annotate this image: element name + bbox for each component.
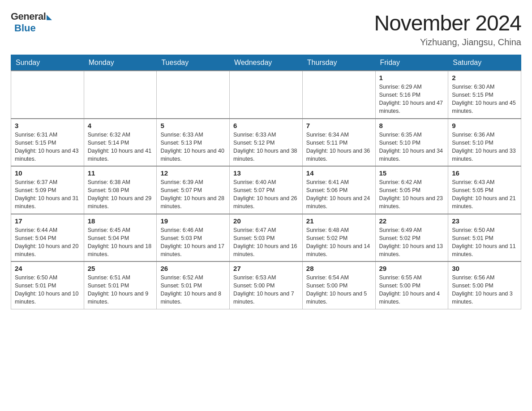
calendar-cell: 27Sunrise: 6:53 AMSunset: 5:00 PMDayligh…	[230, 261, 303, 309]
day-info: Sunrise: 6:38 AMSunset: 5:08 PMDaylight:…	[88, 178, 153, 211]
calendar-cell: 24Sunrise: 6:50 AMSunset: 5:01 PMDayligh…	[11, 261, 84, 309]
day-number: 27	[233, 265, 299, 272]
day-number: 18	[88, 217, 153, 225]
day-info: Sunrise: 6:50 AMSunset: 5:01 PMDaylight:…	[15, 274, 80, 306]
calendar-cell: 21Sunrise: 6:48 AMSunset: 5:02 PMDayligh…	[302, 214, 375, 262]
calendar-cell	[84, 71, 157, 119]
day-number: 1	[379, 74, 445, 81]
day-info: Sunrise: 6:31 AMSunset: 5:15 PMDaylight:…	[15, 131, 80, 163]
day-info: Sunrise: 6:49 AMSunset: 5:02 PMDaylight:…	[379, 226, 445, 259]
day-info: Sunrise: 6:35 AMSunset: 5:10 PMDaylight:…	[379, 131, 445, 163]
day-info: Sunrise: 6:33 AMSunset: 5:12 PMDaylight:…	[233, 131, 299, 163]
day-info: Sunrise: 6:30 AMSunset: 5:15 PMDaylight:…	[452, 83, 517, 116]
day-number: 3	[15, 122, 80, 129]
calendar-cell: 19Sunrise: 6:46 AMSunset: 5:03 PMDayligh…	[157, 214, 230, 262]
calendar-cell: 20Sunrise: 6:47 AMSunset: 5:03 PMDayligh…	[230, 214, 303, 262]
calendar-cell: 17Sunrise: 6:44 AMSunset: 5:04 PMDayligh…	[11, 214, 84, 262]
day-number: 19	[160, 217, 226, 225]
calendar-cell: 13Sunrise: 6:40 AMSunset: 5:07 PMDayligh…	[230, 166, 303, 214]
calendar-cell: 12Sunrise: 6:39 AMSunset: 5:07 PMDayligh…	[157, 166, 230, 214]
day-number: 13	[233, 169, 299, 177]
week-row-4: 17Sunrise: 6:44 AMSunset: 5:04 PMDayligh…	[11, 214, 521, 262]
calendar-cell: 7Sunrise: 6:34 AMSunset: 5:11 PMDaylight…	[302, 119, 375, 167]
day-info: Sunrise: 6:48 AMSunset: 5:02 PMDaylight:…	[306, 226, 372, 259]
week-row-2: 3Sunrise: 6:31 AMSunset: 5:15 PMDaylight…	[11, 119, 521, 167]
calendar-cell: 18Sunrise: 6:45 AMSunset: 5:04 PMDayligh…	[84, 214, 157, 262]
calendar-cell: 22Sunrise: 6:49 AMSunset: 5:02 PMDayligh…	[375, 214, 448, 262]
calendar-cell	[157, 71, 230, 119]
day-number: 17	[15, 217, 80, 225]
weekday-header-saturday: Saturday	[448, 55, 521, 71]
calendar-cell: 9Sunrise: 6:36 AMSunset: 5:10 PMDaylight…	[448, 119, 521, 167]
day-info: Sunrise: 6:52 AMSunset: 5:01 PMDaylight:…	[160, 274, 226, 306]
calendar-cell: 1Sunrise: 6:29 AMSunset: 5:16 PMDaylight…	[375, 71, 448, 119]
weekday-header-monday: Monday	[84, 55, 157, 71]
day-info: Sunrise: 6:36 AMSunset: 5:10 PMDaylight:…	[452, 131, 517, 163]
calendar-cell: 26Sunrise: 6:52 AMSunset: 5:01 PMDayligh…	[157, 261, 230, 309]
location-text: Yizhuang, Jiangsu, China	[374, 37, 521, 47]
calendar-cell: 8Sunrise: 6:35 AMSunset: 5:10 PMDaylight…	[375, 119, 448, 167]
day-number: 4	[88, 122, 153, 129]
calendar-table: SundayMondayTuesdayWednesdayThursdayFrid…	[11, 55, 521, 309]
calendar-cell: 6Sunrise: 6:33 AMSunset: 5:12 PMDaylight…	[230, 119, 303, 167]
calendar-cell: 2Sunrise: 6:30 AMSunset: 5:15 PMDaylight…	[448, 71, 521, 119]
day-info: Sunrise: 6:54 AMSunset: 5:00 PMDaylight:…	[306, 274, 372, 306]
weekday-header-row: SundayMondayTuesdayWednesdayThursdayFrid…	[11, 55, 521, 71]
logo: General Blue	[11, 11, 52, 34]
week-row-5: 24Sunrise: 6:50 AMSunset: 5:01 PMDayligh…	[11, 261, 521, 309]
day-info: Sunrise: 6:40 AMSunset: 5:07 PMDaylight:…	[233, 178, 299, 211]
day-number: 21	[306, 217, 372, 225]
calendar-cell	[302, 71, 375, 119]
day-number: 7	[306, 122, 372, 129]
day-number: 22	[379, 217, 445, 225]
weekday-header-sunday: Sunday	[11, 55, 84, 71]
day-info: Sunrise: 6:44 AMSunset: 5:04 PMDaylight:…	[15, 226, 80, 259]
day-number: 28	[306, 265, 372, 272]
day-info: Sunrise: 6:55 AMSunset: 5:00 PMDaylight:…	[379, 274, 445, 306]
page-header: General Blue November 2024 Yizhuang, Jia…	[11, 11, 521, 47]
day-info: Sunrise: 6:29 AMSunset: 5:16 PMDaylight:…	[379, 83, 445, 116]
day-info: Sunrise: 6:46 AMSunset: 5:03 PMDaylight:…	[160, 226, 226, 259]
weekday-header-tuesday: Tuesday	[157, 55, 230, 71]
logo-triangle-icon	[47, 15, 52, 20]
calendar-cell: 16Sunrise: 6:43 AMSunset: 5:05 PMDayligh…	[448, 166, 521, 214]
day-info: Sunrise: 6:41 AMSunset: 5:06 PMDaylight:…	[306, 178, 372, 211]
day-info: Sunrise: 6:50 AMSunset: 5:01 PMDaylight:…	[452, 226, 517, 259]
day-info: Sunrise: 6:33 AMSunset: 5:13 PMDaylight:…	[160, 131, 226, 163]
logo-general-text: General	[11, 11, 46, 22]
day-number: 6	[233, 122, 299, 129]
week-row-3: 10Sunrise: 6:37 AMSunset: 5:09 PMDayligh…	[11, 166, 521, 214]
calendar-cell: 15Sunrise: 6:42 AMSunset: 5:05 PMDayligh…	[375, 166, 448, 214]
day-info: Sunrise: 6:56 AMSunset: 5:00 PMDaylight:…	[452, 274, 517, 306]
day-number: 26	[160, 265, 226, 272]
day-info: Sunrise: 6:32 AMSunset: 5:14 PMDaylight:…	[88, 131, 153, 163]
day-info: Sunrise: 6:47 AMSunset: 5:03 PMDaylight:…	[233, 226, 299, 259]
calendar-cell	[230, 71, 303, 119]
calendar-cell: 10Sunrise: 6:37 AMSunset: 5:09 PMDayligh…	[11, 166, 84, 214]
calendar-cell: 5Sunrise: 6:33 AMSunset: 5:13 PMDaylight…	[157, 119, 230, 167]
day-number: 10	[15, 169, 80, 177]
weekday-header-thursday: Thursday	[302, 55, 375, 71]
day-info: Sunrise: 6:51 AMSunset: 5:01 PMDaylight:…	[88, 274, 153, 306]
calendar-cell: 25Sunrise: 6:51 AMSunset: 5:01 PMDayligh…	[84, 261, 157, 309]
day-number: 16	[452, 169, 517, 177]
day-number: 24	[15, 265, 80, 272]
day-info: Sunrise: 6:34 AMSunset: 5:11 PMDaylight:…	[306, 131, 372, 163]
day-number: 5	[160, 122, 226, 129]
title-block: November 2024 Yizhuang, Jiangsu, China	[374, 11, 521, 47]
weekday-header-friday: Friday	[375, 55, 448, 71]
day-info: Sunrise: 6:45 AMSunset: 5:04 PMDaylight:…	[88, 226, 153, 259]
calendar-cell: 11Sunrise: 6:38 AMSunset: 5:08 PMDayligh…	[84, 166, 157, 214]
calendar-cell: 4Sunrise: 6:32 AMSunset: 5:14 PMDaylight…	[84, 119, 157, 167]
calendar-cell	[11, 71, 84, 119]
calendar-cell: 23Sunrise: 6:50 AMSunset: 5:01 PMDayligh…	[448, 214, 521, 262]
day-info: Sunrise: 6:37 AMSunset: 5:09 PMDaylight:…	[15, 178, 80, 211]
day-info: Sunrise: 6:39 AMSunset: 5:07 PMDaylight:…	[160, 178, 226, 211]
day-info: Sunrise: 6:43 AMSunset: 5:05 PMDaylight:…	[452, 178, 517, 211]
logo-blue-text: Blue	[14, 22, 36, 34]
week-row-1: 1Sunrise: 6:29 AMSunset: 5:16 PMDaylight…	[11, 71, 521, 119]
day-number: 15	[379, 169, 445, 177]
calendar-cell: 29Sunrise: 6:55 AMSunset: 5:00 PMDayligh…	[375, 261, 448, 309]
day-number: 12	[160, 169, 226, 177]
day-number: 14	[306, 169, 372, 177]
